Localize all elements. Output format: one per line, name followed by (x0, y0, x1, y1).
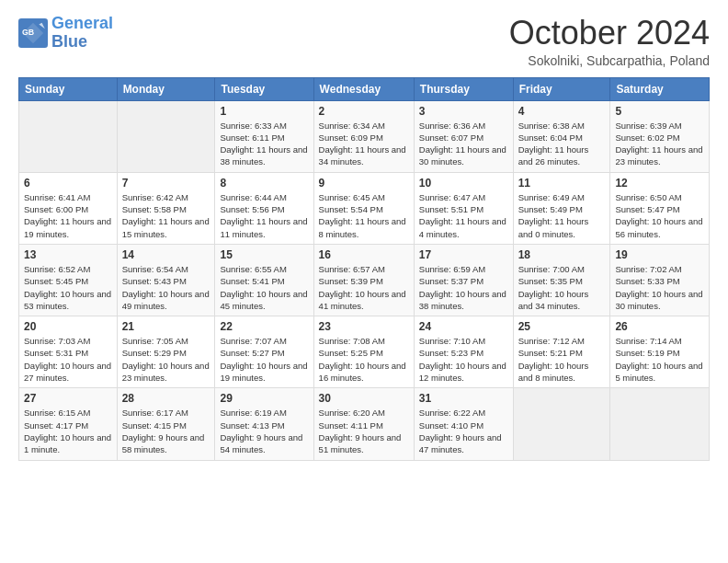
calendar-week-5: 27Sunrise: 6:15 AM Sunset: 4:17 PM Dayli… (19, 388, 710, 460)
title-block: October 2024 Sokolniki, Subcarpathia, Po… (509, 15, 710, 68)
calendar-cell (513, 388, 610, 460)
weekday-header-monday: Monday (117, 77, 215, 100)
day-number: 8 (220, 177, 308, 190)
calendar-cell: 8Sunrise: 6:44 AM Sunset: 5:56 PM Daylig… (215, 172, 313, 244)
day-number: 14 (122, 248, 210, 261)
day-number: 4 (518, 105, 606, 118)
svg-text:GB: GB (22, 27, 34, 36)
day-number: 25 (518, 320, 606, 333)
day-number: 9 (319, 177, 409, 190)
day-number: 30 (319, 392, 409, 405)
day-number: 24 (419, 320, 508, 333)
weekday-header-saturday: Saturday (610, 77, 710, 100)
calendar-cell: 2Sunrise: 6:34 AM Sunset: 6:09 PM Daylig… (313, 100, 414, 172)
calendar-cell: 28Sunrise: 6:17 AM Sunset: 4:15 PM Dayli… (117, 388, 215, 460)
day-number: 23 (319, 320, 409, 333)
day-info: Sunrise: 7:07 AM Sunset: 5:27 PM Dayligh… (220, 335, 308, 384)
logo: GB GeneralBlue (18, 15, 113, 52)
calendar-cell (610, 388, 710, 460)
page: GB GeneralBlue October 2024 Sokolniki, S… (0, 0, 728, 563)
day-number: 5 (615, 105, 704, 118)
calendar-cell: 14Sunrise: 6:54 AM Sunset: 5:43 PM Dayli… (117, 244, 215, 316)
day-number: 12 (615, 177, 704, 190)
day-number: 11 (518, 177, 606, 190)
day-info: Sunrise: 6:45 AM Sunset: 5:54 PM Dayligh… (319, 191, 409, 240)
calendar-cell: 23Sunrise: 7:08 AM Sunset: 5:25 PM Dayli… (313, 316, 414, 388)
calendar-week-3: 13Sunrise: 6:52 AM Sunset: 5:45 PM Dayli… (19, 244, 710, 316)
calendar-cell: 1Sunrise: 6:33 AM Sunset: 6:11 PM Daylig… (215, 100, 313, 172)
day-info: Sunrise: 6:19 AM Sunset: 4:13 PM Dayligh… (220, 407, 308, 455)
calendar-cell: 25Sunrise: 7:12 AM Sunset: 5:21 PM Dayli… (513, 316, 610, 388)
day-info: Sunrise: 6:50 AM Sunset: 5:47 PM Dayligh… (615, 191, 704, 240)
day-info: Sunrise: 7:02 AM Sunset: 5:33 PM Dayligh… (615, 263, 704, 312)
day-number: 3 (419, 105, 508, 118)
day-number: 15 (220, 248, 308, 261)
day-info: Sunrise: 6:20 AM Sunset: 4:11 PM Dayligh… (319, 407, 409, 455)
day-number: 22 (220, 320, 308, 333)
day-info: Sunrise: 6:22 AM Sunset: 4:10 PM Dayligh… (419, 407, 508, 455)
day-info: Sunrise: 6:33 AM Sunset: 6:11 PM Dayligh… (220, 120, 308, 168)
day-info: Sunrise: 7:05 AM Sunset: 5:29 PM Dayligh… (122, 335, 210, 384)
day-info: Sunrise: 7:14 AM Sunset: 5:19 PM Dayligh… (615, 335, 704, 384)
calendar-table: SundayMondayTuesdayWednesdayThursdayFrid… (18, 77, 710, 461)
day-info: Sunrise: 6:15 AM Sunset: 4:17 PM Dayligh… (24, 407, 112, 455)
calendar-cell: 9Sunrise: 6:45 AM Sunset: 5:54 PM Daylig… (313, 172, 414, 244)
day-info: Sunrise: 6:38 AM Sunset: 6:04 PM Dayligh… (518, 120, 606, 168)
day-info: Sunrise: 6:36 AM Sunset: 6:07 PM Dayligh… (419, 120, 508, 168)
calendar-cell: 15Sunrise: 6:55 AM Sunset: 5:41 PM Dayli… (215, 244, 313, 316)
day-number: 28 (122, 392, 210, 405)
calendar-cell: 5Sunrise: 6:39 AM Sunset: 6:02 PM Daylig… (610, 100, 710, 172)
location-subtitle: Sokolniki, Subcarpathia, Poland (509, 53, 710, 68)
day-number: 21 (122, 320, 210, 333)
day-info: Sunrise: 6:54 AM Sunset: 5:43 PM Dayligh… (122, 263, 210, 312)
calendar-cell: 6Sunrise: 6:41 AM Sunset: 6:00 PM Daylig… (19, 172, 118, 244)
day-number: 16 (319, 248, 409, 261)
day-number: 2 (319, 105, 409, 118)
calendar-cell: 4Sunrise: 6:38 AM Sunset: 6:04 PM Daylig… (513, 100, 610, 172)
day-info: Sunrise: 6:42 AM Sunset: 5:58 PM Dayligh… (122, 191, 210, 240)
day-number: 31 (419, 392, 508, 405)
day-info: Sunrise: 6:57 AM Sunset: 5:39 PM Dayligh… (319, 263, 409, 312)
calendar-cell: 18Sunrise: 7:00 AM Sunset: 5:35 PM Dayli… (513, 244, 610, 316)
day-info: Sunrise: 6:39 AM Sunset: 6:02 PM Dayligh… (615, 120, 704, 168)
logo-text: GeneralBlue (51, 15, 113, 52)
day-info: Sunrise: 6:41 AM Sunset: 6:00 PM Dayligh… (24, 191, 112, 240)
day-info: Sunrise: 6:47 AM Sunset: 5:51 PM Dayligh… (419, 191, 508, 240)
day-info: Sunrise: 6:59 AM Sunset: 5:37 PM Dayligh… (419, 263, 508, 312)
calendar-cell: 26Sunrise: 7:14 AM Sunset: 5:19 PM Dayli… (610, 316, 710, 388)
weekday-header-tuesday: Tuesday (215, 77, 313, 100)
calendar-cell: 31Sunrise: 6:22 AM Sunset: 4:10 PM Dayli… (414, 388, 513, 460)
day-number: 19 (615, 248, 704, 261)
calendar-cell: 24Sunrise: 7:10 AM Sunset: 5:23 PM Dayli… (414, 316, 513, 388)
day-number: 6 (24, 177, 112, 190)
calendar-cell: 3Sunrise: 6:36 AM Sunset: 6:07 PM Daylig… (414, 100, 513, 172)
calendar-cell: 17Sunrise: 6:59 AM Sunset: 5:37 PM Dayli… (414, 244, 513, 316)
day-number: 29 (220, 392, 308, 405)
calendar-cell: 21Sunrise: 7:05 AM Sunset: 5:29 PM Dayli… (117, 316, 215, 388)
day-info: Sunrise: 7:08 AM Sunset: 5:25 PM Dayligh… (319, 335, 409, 384)
day-info: Sunrise: 6:34 AM Sunset: 6:09 PM Dayligh… (319, 120, 409, 168)
weekday-header-sunday: Sunday (19, 77, 118, 100)
day-number: 17 (419, 248, 508, 261)
day-info: Sunrise: 6:44 AM Sunset: 5:56 PM Dayligh… (220, 191, 308, 240)
weekday-header-friday: Friday (513, 77, 610, 100)
month-title: October 2024 (509, 15, 710, 52)
logo-icon: GB (18, 18, 48, 48)
weekday-header-thursday: Thursday (414, 77, 513, 100)
calendar-cell: 10Sunrise: 6:47 AM Sunset: 5:51 PM Dayli… (414, 172, 513, 244)
calendar-cell: 7Sunrise: 6:42 AM Sunset: 5:58 PM Daylig… (117, 172, 215, 244)
day-number: 26 (615, 320, 704, 333)
calendar-cell: 20Sunrise: 7:03 AM Sunset: 5:31 PM Dayli… (19, 316, 118, 388)
day-info: Sunrise: 7:00 AM Sunset: 5:35 PM Dayligh… (518, 263, 606, 312)
calendar-cell (19, 100, 118, 172)
day-info: Sunrise: 6:52 AM Sunset: 5:45 PM Dayligh… (24, 263, 112, 312)
day-number: 7 (122, 177, 210, 190)
day-info: Sunrise: 6:49 AM Sunset: 5:49 PM Dayligh… (518, 191, 606, 240)
day-info: Sunrise: 7:12 AM Sunset: 5:21 PM Dayligh… (518, 335, 606, 384)
day-info: Sunrise: 6:17 AM Sunset: 4:15 PM Dayligh… (122, 407, 210, 455)
calendar-cell: 19Sunrise: 7:02 AM Sunset: 5:33 PM Dayli… (610, 244, 710, 316)
calendar-week-1: 1Sunrise: 6:33 AM Sunset: 6:11 PM Daylig… (19, 100, 710, 172)
calendar-cell: 22Sunrise: 7:07 AM Sunset: 5:27 PM Dayli… (215, 316, 313, 388)
calendar-header-row: SundayMondayTuesdayWednesdayThursdayFrid… (19, 77, 710, 100)
day-number: 20 (24, 320, 112, 333)
